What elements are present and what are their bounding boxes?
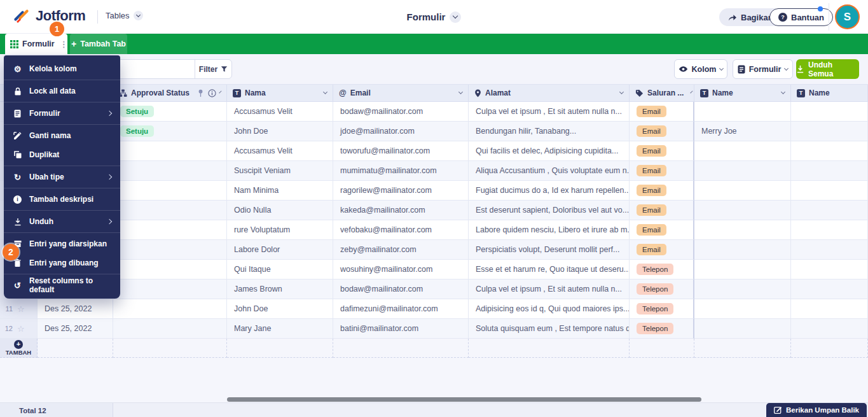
- help-button[interactable]: ? Bantuan: [769, 8, 833, 26]
- cell-name-2[interactable]: [791, 122, 868, 141]
- cell-approval-status[interactable]: [113, 279, 227, 299]
- cell-approval-status[interactable]: [113, 220, 227, 240]
- cell-alamat[interactable]: Culpa vel et ipsum , Et sit autem nulla …: [469, 102, 630, 122]
- table-row[interactable]: 9☆Qui Itaquewosuhiny@mailinator.comEsse …: [0, 260, 868, 279]
- chevron-down-icon[interactable]: [458, 90, 463, 94]
- table-row[interactable]: 1☆SetujuAccusamus Velitbodaw@mailinator.…: [0, 102, 868, 122]
- cell-name-1[interactable]: [694, 201, 791, 220]
- cell-alamat[interactable]: Culpa vel et ipsum , Et sit autem nulla …: [469, 279, 630, 299]
- table-row[interactable]: 6☆Odio Nullakakeda@mailinator.comEst des…: [0, 201, 868, 220]
- header-saluran[interactable]: Saluran ...: [630, 85, 694, 101]
- cell-name-2[interactable]: [791, 141, 868, 161]
- table-row[interactable]: 5☆Nam Minimaragorilew@mailinator.comFugi…: [0, 181, 868, 201]
- feedback-button[interactable]: Berikan Umpan Balik: [766, 403, 867, 417]
- cell-saluran[interactable]: Telepon: [630, 299, 694, 319]
- cell-email[interactable]: toworufu@mailinator.com: [333, 141, 469, 161]
- cell-name-1[interactable]: [694, 299, 791, 319]
- cell-email[interactable]: mumimatu@mailinator.com: [333, 161, 469, 181]
- table-row[interactable]: 3☆Accusamus Velittoworufu@mailinator.com…: [0, 141, 868, 161]
- user-avatar[interactable]: S: [835, 4, 860, 29]
- horizontal-scrollbar[interactable]: [227, 397, 701, 402]
- star-icon[interactable]: ☆: [17, 324, 25, 334]
- cell-name-1[interactable]: [694, 279, 791, 299]
- cell-email[interactable]: bodaw@mailinator.com: [333, 279, 469, 299]
- cell-alamat[interactable]: Labore quidem nesciu, Libero et irure ab…: [469, 220, 630, 240]
- cell-saluran[interactable]: Email: [630, 240, 694, 260]
- cell-name-1[interactable]: [694, 161, 791, 181]
- cell-approval-status[interactable]: [113, 319, 227, 339]
- cell-saluran[interactable]: Email: [630, 102, 694, 122]
- cell-saluran[interactable]: Email: [630, 201, 694, 220]
- cell-name-1[interactable]: [694, 260, 791, 279]
- cell-email[interactable]: wosuhiny@mailinator.com: [333, 260, 469, 279]
- cell-saluran[interactable]: Telepon: [630, 319, 694, 339]
- cell-alamat[interactable]: Bendungan hilir, Tanabang...: [469, 122, 630, 141]
- columns-button[interactable]: Kolom: [674, 59, 727, 79]
- cell-date[interactable]: Des 25, 2022: [38, 319, 113, 339]
- cell-nama[interactable]: Accusamus Velit: [227, 141, 333, 161]
- menu-item-reset-columns[interactable]: ↺ Reset columns to default: [4, 276, 120, 295]
- cell-nama[interactable]: John Doe: [227, 299, 333, 319]
- cell-approval-status[interactable]: [113, 181, 227, 201]
- table-row[interactable]: 11☆Des 25, 2022John Doedafimezuni@mailin…: [0, 299, 868, 319]
- menu-item-duplikat[interactable]: Duplikat: [4, 145, 120, 164]
- chevron-down-icon[interactable]: [323, 90, 327, 94]
- menu-item-kelola-kolom[interactable]: ⚙ Kelola kolom: [4, 59, 120, 78]
- cell-date[interactable]: Des 25, 2022: [38, 299, 113, 319]
- cell-saluran[interactable]: Email: [630, 220, 694, 240]
- tab-options-icon[interactable]: ⋮: [60, 39, 68, 49]
- cell-email[interactable]: kakeda@mailinator.com: [333, 201, 469, 220]
- header-nama[interactable]: T Nama: [227, 85, 333, 101]
- menu-item-lock-all-data[interactable]: Lock all data: [4, 81, 120, 101]
- cell-name-1[interactable]: [694, 141, 791, 161]
- cell-name-2[interactable]: [791, 102, 868, 122]
- cell-name-1[interactable]: [694, 240, 791, 260]
- cell-name-2[interactable]: [791, 181, 868, 201]
- cell-name-1[interactable]: Merry Joe: [694, 122, 791, 141]
- cell-approval-status[interactable]: [113, 240, 227, 260]
- cell-alamat[interactable]: Fugiat ducimus do a, Id ex harum repelle…: [469, 181, 630, 201]
- menu-item-unduh[interactable]: Unduh: [4, 212, 120, 231]
- tables-nav-dropdown[interactable]: Tables: [106, 11, 143, 20]
- cell-nama[interactable]: Nam Minima: [227, 181, 333, 201]
- header-email[interactable]: @ Email: [333, 85, 469, 101]
- cell-saluran[interactable]: Email: [630, 161, 694, 181]
- cell-name-1[interactable]: [694, 102, 791, 122]
- cell-email[interactable]: vefobaku@mailinator.com: [333, 220, 469, 240]
- table-row[interactable]: 8☆Labore Dolorzeby@mailinator.comPerspic…: [0, 240, 868, 260]
- cell-nama[interactable]: Accusamus Velit: [227, 102, 333, 122]
- cell-email[interactable]: jdoe@mailinator.com: [333, 122, 469, 141]
- cell-alamat[interactable]: Soluta quisquam eum , Est tempore natus …: [469, 319, 630, 339]
- header-name-2[interactable]: T Name: [791, 85, 868, 101]
- title-chevron-down-icon[interactable]: [450, 11, 461, 23]
- table-row[interactable]: 12☆Des 25, 2022Mary Janebatini@mailinato…: [0, 319, 868, 339]
- cell-name-1[interactable]: [694, 319, 791, 339]
- cell-approval-status[interactable]: Setuju: [113, 122, 227, 141]
- cell-approval-status[interactable]: [113, 161, 227, 181]
- cell-alamat[interactable]: Est deserunt sapient, Doloribus vel aut …: [469, 201, 630, 220]
- cell-nama[interactable]: Suscipit Veniam: [227, 161, 333, 181]
- cell-email[interactable]: ragorilew@mailinator.com: [333, 181, 469, 201]
- cell-saluran[interactable]: Email: [630, 141, 694, 161]
- cell-name-2[interactable]: [791, 260, 868, 279]
- table-row[interactable]: 10☆Des 25, 2022James Brownbodaw@mailinat…: [0, 279, 868, 299]
- cell-approval-status[interactable]: [113, 260, 227, 279]
- table-row[interactable]: 4☆Suscipit Veniammumimatu@mailinator.com…: [0, 161, 868, 181]
- menu-item-ganti-nama[interactable]: Ganti nama: [4, 126, 120, 145]
- cell-name-2[interactable]: [791, 299, 868, 319]
- pin-icon[interactable]: [197, 89, 204, 97]
- cell-name-2[interactable]: [791, 220, 868, 240]
- add-entry-button[interactable]: + TAMBAH: [0, 339, 38, 358]
- cell-alamat[interactable]: Aliqua Accusantium , Quis voluptate eum …: [469, 161, 630, 181]
- menu-item-tambah-deskripsi[interactable]: i Tambah deskripsi: [4, 190, 120, 209]
- chevron-down-icon[interactable]: [619, 90, 624, 94]
- cell-nama[interactable]: rure Voluptatum: [227, 220, 333, 240]
- cell-email[interactable]: batini@mailinator.com: [333, 319, 469, 339]
- cell-name-2[interactable]: [791, 319, 868, 339]
- cell-nama[interactable]: Labore Dolor: [227, 240, 333, 260]
- cell-saluran[interactable]: Telepon: [630, 260, 694, 279]
- header-approval-status[interactable]: Approval Status: [113, 85, 227, 101]
- chevron-down-icon[interactable]: [219, 90, 221, 93]
- cell-alamat[interactable]: Adipisicing eos id q, Qui quod maiores i…: [469, 299, 630, 319]
- cell-approval-status[interactable]: [113, 299, 227, 319]
